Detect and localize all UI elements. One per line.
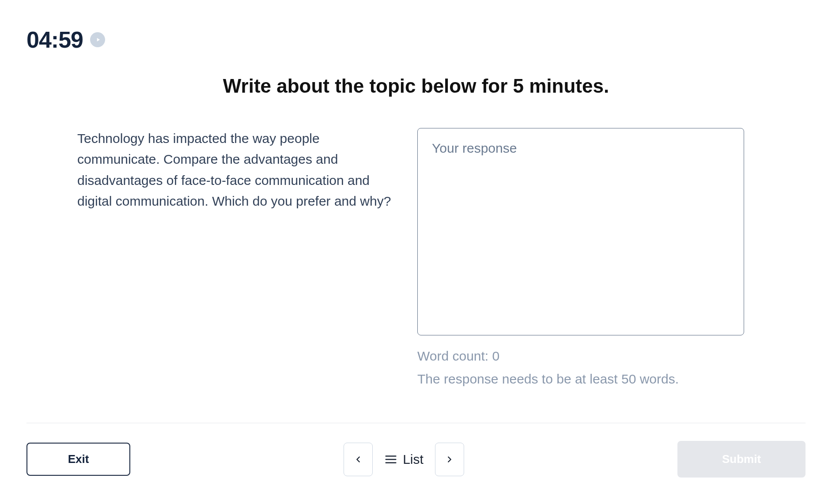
- list-icon: [384, 453, 397, 466]
- footer: Exit List Submit: [26, 423, 806, 504]
- nav-group: List: [344, 443, 464, 476]
- response-column: Word count: 0 The response needs to be a…: [417, 128, 744, 423]
- response-input[interactable]: [417, 128, 744, 335]
- writing-prompt: Technology has impacted the way people c…: [77, 128, 395, 423]
- next-button[interactable]: [435, 443, 464, 476]
- word-count: Word count: 0: [417, 349, 744, 364]
- submit-button[interactable]: Submit: [677, 441, 806, 478]
- play-icon[interactable]: [90, 32, 105, 47]
- chevron-left-icon: [353, 455, 363, 464]
- list-button[interactable]: List: [384, 452, 424, 467]
- exit-button[interactable]: Exit: [26, 443, 130, 476]
- instruction-heading: Write about the topic below for 5 minute…: [26, 75, 806, 97]
- prev-button[interactable]: [344, 443, 373, 476]
- timer-row: 04:59: [26, 26, 806, 53]
- timer-display: 04:59: [26, 26, 83, 53]
- list-label: List: [403, 452, 424, 467]
- word-hint: The response needs to be at least 50 wor…: [417, 372, 744, 387]
- chevron-right-icon: [445, 455, 454, 464]
- content-area: Technology has impacted the way people c…: [26, 128, 806, 423]
